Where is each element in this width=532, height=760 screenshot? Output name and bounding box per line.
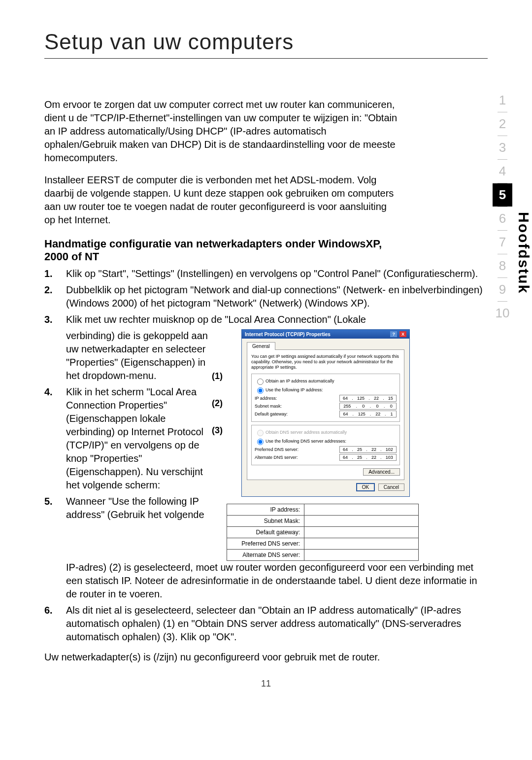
- radio-use-following-dns[interactable]: [257, 439, 264, 445]
- tcpip-properties-dialog: Internet Protocol (TCP/IP) Properties ? …: [241, 329, 410, 497]
- chapter-nav-4[interactable]: 4: [493, 160, 512, 183]
- bt-input-ip[interactable]: [304, 504, 419, 516]
- page-number: 11: [44, 679, 488, 689]
- step-number: 5.: [44, 495, 66, 521]
- input-default-gateway[interactable]: 64.125.22.1: [339, 411, 397, 417]
- intro-paragraph-2: Installeer EERST de computer die is verb…: [44, 173, 399, 227]
- title-rule: [44, 58, 488, 59]
- radio-use-following-ip[interactable]: [257, 387, 264, 394]
- input-preferred-dns[interactable]: 64.25.22.102: [339, 446, 397, 453]
- chapter-nav: 12345678910: [493, 89, 512, 325]
- help-icon[interactable]: ?: [390, 331, 397, 337]
- chapter-nav-10[interactable]: 10: [493, 302, 512, 325]
- chapter-nav-9[interactable]: 9: [493, 278, 512, 301]
- cancel-button[interactable]: Cancel: [378, 484, 404, 491]
- step-number: 4.: [44, 385, 66, 492]
- chapter-nav-8[interactable]: 8: [493, 254, 512, 277]
- label-default-gateway: Default gateway:: [255, 412, 339, 416]
- chapter-nav-6[interactable]: 6: [493, 207, 512, 230]
- label-preferred-dns: Preferred DNS server:: [255, 447, 339, 452]
- section-heading: Handmatige configuratie van netwerkadapt…: [44, 238, 399, 263]
- step-number: 3.: [44, 313, 66, 326]
- callout-3: (3): [212, 413, 223, 440]
- step-2: 2. Dubbelklik op het pictogram "Network …: [44, 283, 488, 310]
- callout-1: (1): [212, 359, 223, 386]
- dialog-title-text: Internet Protocol (TCP/IP) Properties: [245, 332, 331, 337]
- ip-group: Obtain an IP address automatically Use t…: [251, 374, 400, 422]
- chapter-nav-1[interactable]: 1: [493, 89, 512, 112]
- bt-label-pdns: Preferred DNS server:: [227, 538, 304, 550]
- callout-2: (2): [212, 386, 223, 413]
- step-text: Klik in het scherm "Local Area Connectio…: [66, 385, 217, 492]
- step-3-lead: 3. Klik met uw rechter muisknop op de "L…: [44, 313, 488, 326]
- step-4: 4. Klik in het scherm "Local Area Connec…: [44, 385, 217, 492]
- steps-list: 1. Klik op "Start", "Settings" (Instelli…: [44, 267, 488, 326]
- step-text: Wanneer "Use the following IP address" (…: [66, 495, 217, 521]
- label-subnet-mask: Subnet mask:: [255, 404, 339, 409]
- label-obtain-ip-auto: Obtain an IP address automatically: [266, 379, 397, 383]
- chapter-nav-7[interactable]: 7: [493, 231, 512, 254]
- label-use-following-ip: Use the following IP address:: [266, 387, 397, 392]
- step-6: 6. Als dit niet al is geselecteerd, sele…: [44, 604, 488, 644]
- tab-general[interactable]: General: [247, 342, 275, 350]
- step-text: Dubbelklik op het pictogram "Network and…: [66, 283, 488, 310]
- step-number: 6.: [44, 604, 66, 644]
- step-5-cont: IP-adres) (2) is geselecteerd, moet uw r…: [44, 561, 488, 601]
- advanced-button[interactable]: Advanced...: [363, 468, 400, 476]
- bt-input-gw[interactable]: [304, 527, 419, 538]
- input-alternate-dns[interactable]: 64.25.22.103: [339, 454, 397, 461]
- step-1: 1. Klik op "Start", "Settings" (Instelli…: [44, 267, 488, 280]
- bt-input-pdns[interactable]: [304, 538, 419, 550]
- bt-input-mask[interactable]: [304, 516, 419, 527]
- radio-obtain-ip-auto[interactable]: [257, 379, 264, 385]
- input-ip-address[interactable]: 64.125.22.15: [339, 395, 397, 402]
- bt-label-ip: IP address:: [227, 504, 304, 516]
- close-icon[interactable]: X: [399, 331, 406, 337]
- dialog-titlebar: Internet Protocol (TCP/IP) Properties ? …: [242, 330, 409, 339]
- bt-input-adns[interactable]: [304, 550, 419, 561]
- bt-label-mask: Subnet Mask:: [227, 516, 304, 527]
- bt-label-gw: Default gateway:: [227, 527, 304, 538]
- step-text: verbinding) die is gekoppeld aan uw netw…: [66, 329, 217, 382]
- label-alternate-dns: Alternate DNS server:: [255, 455, 339, 460]
- step-text: Klik op "Start", "Settings" (Instellinge…: [66, 267, 488, 280]
- page-title: Setup van uw computers: [44, 30, 488, 54]
- figure-callouts: (1) (2) (3): [212, 359, 223, 440]
- step-5-lead: 5. Wanneer "Use the following IP address…: [44, 495, 217, 521]
- step-text: Als dit niet al is geselecteerd, selecte…: [66, 604, 488, 644]
- dialog-note: You can get IP settings assigned automat…: [251, 354, 400, 370]
- label-use-following-dns: Use the following DNS server addresses:: [266, 439, 397, 444]
- step-text: IP-adres) (2) is geselecteerd, moet uw r…: [66, 561, 488, 601]
- step-number: 2.: [44, 283, 66, 310]
- chapter-label-vertical: Hoofdstuk: [515, 212, 532, 294]
- intro-paragraph-1: Om ervoor te zorgen dat uw computer corr…: [44, 98, 399, 165]
- chapter-nav-2[interactable]: 2: [493, 112, 512, 136]
- radio-obtain-dns-auto: [257, 430, 264, 436]
- blank-address-table: IP address: Subnet Mask: Default gateway…: [227, 504, 419, 561]
- label-ip-address: IP address:: [255, 396, 339, 401]
- bt-label-adns: Alternate DNS server:: [227, 550, 304, 561]
- ok-button[interactable]: OK: [356, 483, 375, 491]
- chapter-nav-5[interactable]: 5: [493, 183, 512, 207]
- dns-group: Obtain DNS server address automatically …: [251, 425, 400, 465]
- input-subnet-mask[interactable]: 255.0.0.0: [339, 403, 397, 410]
- closing-paragraph: Uw netwerkadapter(s) is (/zijn) nu gecon…: [44, 651, 488, 664]
- step-text: Klik met uw rechter muisknop op de "Loca…: [66, 313, 488, 326]
- chapter-nav-3[interactable]: 3: [493, 136, 512, 159]
- step-3-cont: verbinding) die is gekoppeld aan uw netw…: [44, 329, 217, 382]
- step-number: 1.: [44, 267, 66, 280]
- label-obtain-dns-auto: Obtain DNS server address automatically: [266, 430, 397, 435]
